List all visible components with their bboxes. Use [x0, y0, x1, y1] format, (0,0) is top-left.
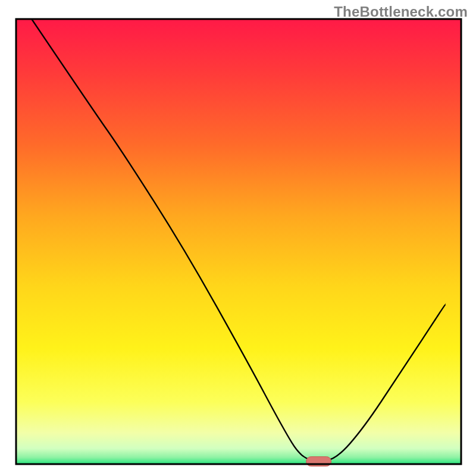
plot-background [16, 19, 461, 464]
bottleneck-chart [0, 0, 476, 476]
watermark-text: TheBottleneck.com [334, 4, 468, 20]
